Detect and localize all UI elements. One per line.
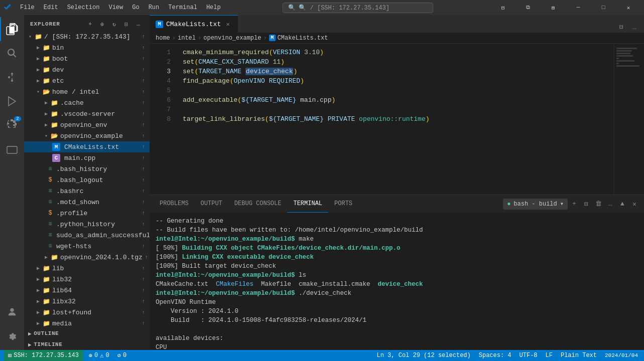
tree-item-boot[interactable]: ▶ 📁 boot ↑: [24, 53, 150, 64]
activity-debug[interactable]: [0, 89, 24, 113]
activity-search[interactable]: [0, 41, 24, 65]
maximize-panel-button[interactable]: ▲: [617, 199, 628, 210]
tab-close-button[interactable]: ✕: [224, 20, 232, 28]
tab-cmakelists[interactable]: M CMakeLists.txt ✕: [150, 15, 238, 33]
breadcrumb-file[interactable]: M CMakeLists.txt: [269, 35, 328, 42]
bash-dot: ●: [507, 201, 510, 208]
tab-terminal[interactable]: TERMINAL: [287, 195, 328, 213]
tree-item-openvino-env[interactable]: ▶ 📁 openvino_env ↑: [24, 119, 150, 130]
tree-item-vscode-server[interactable]: ▶ 📁 .vscode-server ↑: [24, 108, 150, 119]
tree-item-bin[interactable]: ▶ 📁 bin ↑: [24, 42, 150, 53]
outline-section: ▶ OUTLINE: [24, 328, 150, 339]
tab-ports[interactable]: PORTS: [328, 195, 358, 213]
breadcrumb-home[interactable]: home: [156, 35, 170, 42]
menu-view[interactable]: View: [104, 3, 127, 12]
tree-item-bashrc[interactable]: ≡ .bashrc ↑: [24, 186, 150, 197]
activity-accounts[interactable]: [0, 300, 24, 324]
menu-edit[interactable]: Edit: [40, 3, 62, 12]
code-content[interactable]: cmake_minimum_required(VERSION 3.10) set…: [175, 44, 614, 195]
extensions-badge: 2: [14, 116, 21, 121]
activity-extensions[interactable]: 2: [0, 113, 24, 137]
split-terminal-button[interactable]: ⊟: [581, 199, 592, 210]
refresh-button[interactable]: ↻: [109, 19, 119, 29]
new-file-button[interactable]: +: [85, 19, 95, 29]
line-num-7: 7: [150, 105, 171, 114]
status-encoding[interactable]: UTF-8: [518, 350, 540, 361]
root-label: / [SSH: 172.27.35.143]: [44, 33, 140, 41]
svg-point-2: [10, 308, 14, 312]
status-no-problems[interactable]: ⊘ 0: [115, 350, 128, 361]
terminal-line-13: [156, 325, 638, 334]
menu-go[interactable]: Go: [128, 3, 143, 12]
tree-item-bash-history[interactable]: ≡ .bash_history ↑: [24, 163, 150, 174]
tree-item-profile[interactable]: $ .profile ↑: [24, 208, 150, 219]
ssh-status[interactable]: ⊞ SSH: 172.27.35.143: [4, 350, 83, 361]
tab-problems[interactable]: PROBLEMS: [154, 195, 195, 213]
title-search-box[interactable]: 🔍 🔍 / [SSH: 172.27.35.143]: [283, 3, 433, 13]
tree-item-python-history[interactable]: ≡ .python_history ↑: [24, 219, 150, 230]
layout3-icon[interactable]: ⊞: [542, 0, 565, 15]
upload-icon-vscode: ↑: [140, 110, 148, 118]
terminal-content[interactable]: -- Generating done -- Build files have b…: [150, 213, 644, 350]
tree-item-sudo[interactable]: ≡ sudo_as_admin_successful ↑: [24, 230, 150, 241]
tree-item-openvino-tgz[interactable]: ▶ 📁 openvino_2024.1.0.tgz ↑: [24, 252, 150, 263]
tree-item-motd[interactable]: ≡ .motd_shown ↑: [24, 197, 150, 208]
tree-root[interactable]: ▾ 📁 / [SSH: 172.27.35.143] ↑: [24, 31, 150, 42]
tree-item-lib32[interactable]: ▶ 📁 lib32 ↑: [24, 274, 150, 285]
activity-git[interactable]: [0, 65, 24, 89]
minimap-line-3: [616, 53, 630, 54]
more-tabs-button[interactable]: …: [629, 22, 640, 33]
tree-item-wget[interactable]: ≡ wget-hsts ↑: [24, 241, 150, 252]
tree-item-cmakelists[interactable]: M CMakeLists.txt ↑: [24, 141, 150, 152]
activity-explorer[interactable]: [0, 17, 24, 41]
breadcrumb-sep2: ›: [198, 35, 201, 42]
tree-item-media[interactable]: ▶ 📁 media ↑: [24, 318, 150, 328]
tree-item-lib[interactable]: ▶ 📁 lib ↑: [24, 263, 150, 274]
close-button[interactable]: ✕: [617, 0, 640, 15]
menu-help[interactable]: Help: [202, 3, 225, 12]
tree-item-cache[interactable]: ▶ 📁 .cache ↑: [24, 97, 150, 108]
bash-label[interactable]: ● bash - build ▾: [503, 199, 568, 210]
activity-remote[interactable]: [0, 137, 24, 161]
tree-item-openvino-example[interactable]: ▾ 📂 openvino_example ↑: [24, 130, 150, 141]
outline-header[interactable]: ▶ OUTLINE: [24, 328, 150, 339]
tree-item-libx32[interactable]: ▶ 📁 libx32 ↑: [24, 296, 150, 307]
tree-item-dev[interactable]: ▶ 📁 dev ↑: [24, 64, 150, 75]
status-eol[interactable]: LF: [544, 350, 555, 361]
timeline-header[interactable]: ▶ TIMELINE: [24, 339, 150, 350]
new-folder-button[interactable]: ⊕: [97, 19, 107, 29]
status-spaces[interactable]: Spaces: 4: [477, 350, 513, 361]
tab-debug-console[interactable]: DEBUG CONSOLE: [228, 195, 288, 213]
tab-output[interactable]: OUTPUT: [195, 195, 228, 213]
menu-run[interactable]: Run: [145, 3, 164, 12]
breadcrumb-intel[interactable]: intel: [178, 35, 196, 42]
maximize-button[interactable]: □: [592, 0, 615, 15]
split-editor-button[interactable]: ⊟: [616, 22, 627, 33]
code-editor[interactable]: 1 2 3 4 5 6 7 8 cmake_minimum_required(V…: [150, 44, 644, 195]
minimize-button[interactable]: ─: [567, 0, 590, 15]
more-terminal-button[interactable]: …: [605, 199, 616, 210]
tree-item-maincpp[interactable]: C main.cpp ↑: [24, 152, 150, 163]
breadcrumb-openvino-example[interactable]: openvino_example: [203, 35, 261, 42]
line-num-1: 1: [150, 48, 171, 57]
tree-item-etc[interactable]: ▶ 📁 etc ↑: [24, 75, 150, 86]
more-actions-button[interactable]: …: [134, 19, 144, 29]
menu-file[interactable]: File: [16, 3, 39, 12]
layout2-icon[interactable]: ⧉: [517, 0, 540, 15]
tree-item-home[interactable]: ▾ 📂 home / intel ↑: [24, 86, 150, 97]
trash-terminal-button[interactable]: 🗑: [593, 199, 604, 210]
layout-icon[interactable]: ⊟: [491, 0, 514, 15]
status-language[interactable]: Plain Text: [559, 350, 599, 361]
activity-settings[interactable]: [0, 324, 24, 348]
new-terminal-button[interactable]: +: [569, 199, 580, 210]
close-panel-button[interactable]: ✕: [629, 199, 640, 210]
menu-terminal[interactable]: Terminal: [164, 3, 201, 12]
menu-selection[interactable]: Selection: [63, 3, 104, 12]
tree-item-bash-logout[interactable]: $ .bash_logout ↑: [24, 174, 150, 186]
collapse-all-button[interactable]: ⊟: [121, 19, 132, 29]
status-cursor-pos[interactable]: Ln 3, Col 29 (12 selected): [375, 350, 473, 361]
tree-item-lost[interactable]: ▶ 📁 lost+found ↑: [24, 307, 150, 318]
tree-item-lib64[interactable]: ▶ 📁 lib64 ↑: [24, 285, 150, 296]
status-errors[interactable]: ⊕ 0 ⚠ 0: [87, 350, 111, 361]
tgz-folder-icon: 📁: [50, 253, 58, 261]
